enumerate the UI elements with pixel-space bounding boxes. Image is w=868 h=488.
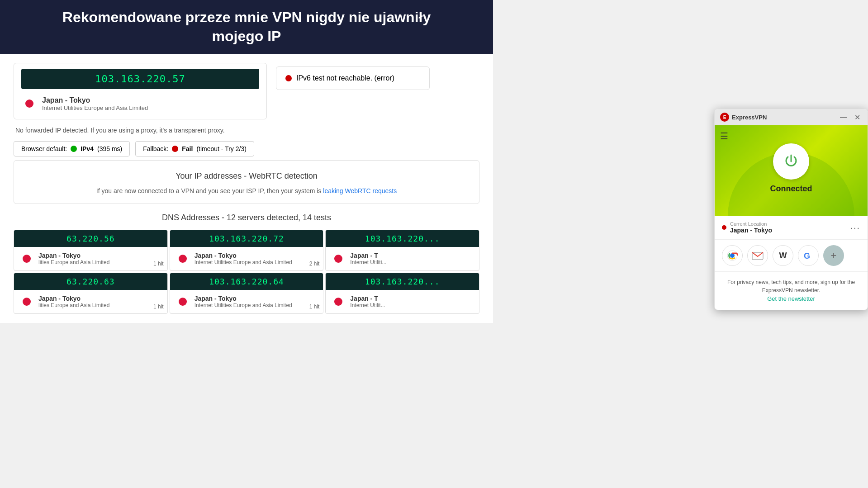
dns-card-1-location: Japan - Tokyo lities Europe and Asia Lim… [38,252,109,265]
evpn-titlebar: E ExpressVPN — ✕ [715,109,868,125]
title-banner: Rekomendowane przeze mnie VPN nigdy nie … [0,0,493,54]
webrtc-leak-link[interactable]: leaking WebRTC requests [323,187,397,194]
evpn-green-area: ☰ Connected [715,125,868,216]
webrtc-title: Your IP addresses - WebRTC detection [25,171,468,181]
dns-section-title: DNS Addresses - 12 servers detected, 14 … [14,213,479,223]
dns-card-6-city: Japan - T [350,295,385,302]
webrtc-section: Your IP addresses - WebRTC detection If … [14,160,479,204]
dns-card-3-ip: 103.163.220... [326,230,479,247]
minimize-button[interactable]: — [838,113,849,121]
chrome-icon [726,250,738,261]
expressvpn-logo-icon: E [720,113,729,122]
dns-card-3-location: Japan - T Internet Utiliti... [350,252,386,265]
app-shortcuts: W G + [715,240,868,272]
dns-card-4-location: Japan - Tokyo lities Europe and Asia Lim… [38,295,109,308]
dns-card-3: 103.163.220... Japan - T Internet Utilit… [325,230,479,271]
no-forward-text: No forwarded IP detected. If you are usi… [14,127,479,134]
dns-card-6-body: Japan - T Internet Utilit... [326,290,479,313]
ipv6-card: IPv6 test not reachable. (error) [276,66,430,90]
dns-card-1-isp: lities Europe and Asia Limited [38,259,109,265]
ip-address-header: 103.163.220.57 [21,69,259,89]
dns-card-2-location: Japan - Tokyo Internet Utilities Europe … [194,252,292,265]
ip-isp: Internet Utilities Europe and Asia Limit… [42,104,148,111]
wiki-letter: W [779,251,787,261]
dns-card-6: 103.163.220... Japan - T Internet Utilit… [325,273,479,314]
chrome-shortcut-button[interactable] [722,245,743,266]
evpn-logo-area: E ExpressVPN [720,113,767,122]
dns-card-1: 63.220.56 Japan - Tokyo lities Europe an… [14,230,168,271]
dns-card-6-isp: Internet Utilit... [350,302,385,308]
add-icon: + [831,250,837,261]
content-wrapper: 103.163.220.57 Japan - Tokyo Internet Ut… [0,54,493,323]
dns-card-2-flag [175,251,191,267]
browser-default-protocol: IPv4 [81,145,94,152]
ip-city: Japan - Tokyo [42,96,148,104]
close-button[interactable]: ✕ [853,113,862,122]
hamburger-menu-icon[interactable]: ☰ [720,131,728,142]
wikipedia-shortcut-button[interactable]: W [773,245,793,266]
dns-card-6-ip: 103.163.220... [326,273,479,290]
ipv6-status: IPv6 test not reachable. (error) [296,74,394,82]
newsletter-text: For privacy news, tech tips, and more, s… [722,278,860,294]
browser-default-tag: Browser default: IPv4 (395 ms) [14,141,130,156]
evpn-title-text: ExpressVPN [732,114,767,121]
dns-card-2-isp: Internet Utilities Europe and Asia Limit… [194,259,292,265]
dns-card-2-hits: 2 hit [309,261,320,267]
evpn-window-controls: — ✕ [838,113,862,122]
dns-card-6-flag [330,294,346,310]
dns-card-4-city: Japan - Tokyo [38,295,109,302]
dns-card-3-city: Japan - T [350,252,386,259]
svg-text:G: G [804,251,810,261]
connected-status-text: Connected [770,184,812,194]
dns-card-2-ip: 103.163.220.72 [170,230,323,247]
evpn-location-left: Current Location Japan - Tokyo [722,221,772,234]
google-icon: G [802,250,814,261]
dns-row: Browser default: IPv4 (395 ms) Fallback:… [14,141,479,156]
dns-card-4-ip: 63.220.63 [14,273,167,290]
dns-card-6-location: Japan - T Internet Utilit... [350,295,385,308]
dns-card-5-city: Japan - Tokyo [194,295,292,302]
ipv4-green-dot [71,146,77,152]
dns-card-3-body: Japan - T Internet Utiliti... [326,247,479,270]
dns-card-1-flag [19,251,35,267]
gmail-icon [752,251,764,261]
dns-card-4-body: Japan - Tokyo lities Europe and Asia Lim… [14,290,167,313]
location-label: Current Location [730,221,772,227]
dns-card-1-hits: 1 hit [153,261,164,267]
dns-card-1-ip: 63.220.56 [14,230,167,247]
location-options-button[interactable]: ··· [850,223,860,233]
google-shortcut-button[interactable]: G [798,245,819,266]
fallback-tag: Fallback: Fail (timeout - Try 2/3) [135,141,254,156]
dns-card-2: 103.163.220.72 Japan - Tokyo Internet Ut… [170,230,324,271]
dns-card-5-hits: 1 hit [309,303,320,310]
main-content: Rekomendowane przeze mnie VPN nigdy nie … [0,0,493,323]
title-line2: mojego IP [212,28,281,44]
dns-card-5-isp: Internet Utilities Europe and Asia Limit… [194,302,292,308]
dns-grid: 63.220.56 Japan - Tokyo lities Europe an… [14,230,479,314]
dns-card-4-isp: lities Europe and Asia Limited [38,302,109,308]
dns-card-5-ip: 103.163.220.64 [170,273,323,290]
ipv6-error-dot [285,75,292,81]
dns-card-2-body: Japan - Tokyo Internet Utilities Europe … [170,247,323,270]
dns-card-3-isp: Internet Utiliti... [350,259,386,265]
dns-card-3-flag [330,251,346,267]
evpn-newsletter: For privacy news, tech tips, and more, s… [715,272,868,310]
expressvpn-panel: E ExpressVPN — ✕ ☰ Connected Current Loc… [714,109,868,310]
newsletter-link[interactable]: Get the newsletter [767,295,815,302]
evpn-location-info: Current Location Japan - Tokyo [730,221,772,234]
vpn-power-button[interactable] [773,143,809,180]
ip-card: 103.163.220.57 Japan - Tokyo Internet Ut… [14,63,267,119]
ip-section: 103.163.220.57 Japan - Tokyo Internet Ut… [14,63,479,119]
dns-card-5-flag [175,294,191,310]
add-shortcut-button[interactable]: + [823,245,844,266]
gmail-shortcut-button[interactable] [747,245,768,266]
ip-location-text: Japan - Tokyo Internet Utilities Europe … [42,96,148,111]
japan-flag-icon [21,95,38,112]
dns-card-2-city: Japan - Tokyo [194,252,292,259]
fallback-detail: (timeout - Try 2/3) [196,145,246,152]
evpn-location-row[interactable]: Current Location Japan - Tokyo ··· [715,216,868,240]
fallback-label: Fallback: [143,145,168,152]
dns-card-4-hits: 1 hit [153,303,164,310]
title-line1: Rekomendowane przeze mnie VPN nigdy nie … [62,9,431,25]
location-dot-icon [722,225,726,230]
